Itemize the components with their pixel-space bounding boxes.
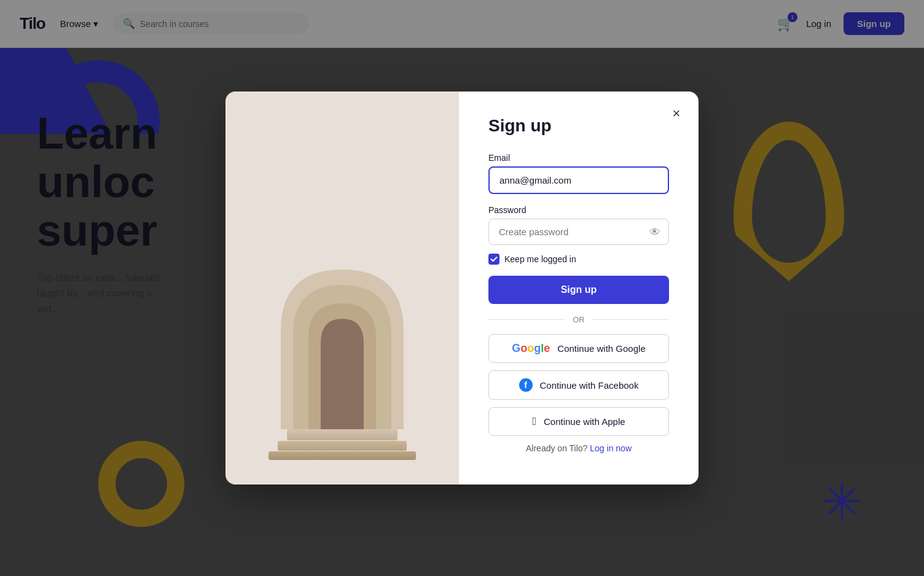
facebook-signin-button[interactable]: f Continue with Facebook — [488, 370, 669, 400]
google-icon: Google — [512, 342, 550, 355]
email-label: Email — [488, 153, 669, 163]
apple-button-label: Continue with Apple — [544, 416, 625, 427]
password-label: Password — [488, 205, 669, 215]
keep-logged-checkbox[interactable] — [488, 254, 499, 265]
email-input[interactable] — [488, 166, 669, 194]
login-now-link[interactable]: Log in now — [590, 443, 632, 453]
or-text: OR — [573, 315, 585, 324]
modal-form-panel: × Sign up Email Password 👁 Keep me logge… — [459, 91, 699, 485]
password-wrapper: 👁 — [488, 219, 669, 245]
signup-modal: × Sign up Email Password 👁 Keep me logge… — [225, 91, 699, 485]
or-divider: OR — [488, 315, 669, 324]
modal-image-panel — [225, 91, 459, 485]
already-account-text: Already on Tilo? Log in now — [488, 443, 669, 453]
keep-logged-label: Keep me logged in — [504, 254, 576, 264]
facebook-icon: f — [519, 378, 533, 392]
apple-signin-button[interactable]:  Continue with Apple — [488, 407, 669, 436]
facebook-button-label: Continue with Facebook — [540, 380, 639, 391]
or-line-right — [592, 319, 669, 320]
modal-title: Sign up — [488, 116, 669, 136]
password-input[interactable] — [488, 219, 669, 245]
checkmark-icon — [490, 255, 498, 263]
google-signin-button[interactable]: Google Continue with Google — [488, 334, 669, 363]
or-line-left — [488, 319, 565, 320]
modal-close-button[interactable]: × — [667, 104, 686, 123]
google-button-label: Continue with Google — [557, 343, 645, 354]
apple-icon:  — [532, 415, 536, 428]
page-background: Tilo Browse ▾ 🔍 🛒 1 Log in Sign up ✳ Lea… — [0, 0, 924, 576]
arch-illustration — [268, 91, 416, 485]
password-toggle-icon[interactable]: 👁 — [649, 225, 660, 238]
arch-svg — [275, 257, 410, 442]
signup-submit-button[interactable]: Sign up — [488, 276, 669, 304]
keep-logged-row: Keep me logged in — [488, 254, 669, 265]
